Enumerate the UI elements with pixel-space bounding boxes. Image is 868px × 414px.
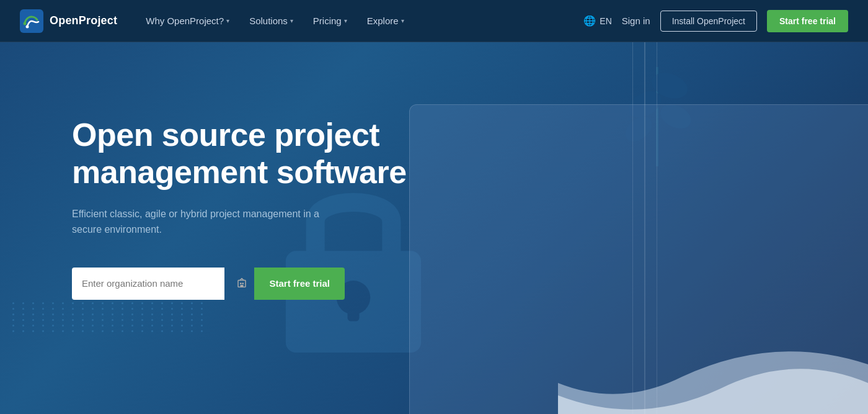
logo-icon [20,9,43,33]
chevron-down-icon: ▾ [290,17,293,24]
hero-subtitle: Efficient classic, agile or hybrid proje… [72,206,332,238]
svg-rect-5 [347,297,359,321]
hero-content: Open source project management software … [72,117,407,300]
svg-rect-12 [240,282,242,284]
nav-item-solutions[interactable]: Solutions ▾ [241,11,302,31]
globe-icon: 🌐 [583,15,596,27]
chevron-down-icon: ▾ [401,17,404,24]
chevron-down-icon: ▾ [344,17,347,24]
building-icon [237,277,247,289]
dot-grid-decoration [0,290,186,414]
navbar: OpenProject Why OpenProject? ▾ Solutions… [0,0,868,42]
org-name-input[interactable] [72,268,224,300]
svg-rect-13 [242,282,244,284]
nav-item-why[interactable]: Why OpenProject? ▾ [137,11,238,31]
language-selector[interactable]: 🌐 EN [583,15,611,27]
logo-text: OpenProject [50,14,117,27]
svg-rect-14 [241,285,244,287]
nav-item-explore[interactable]: Explore ▾ [358,11,413,31]
cta-start-trial-button[interactable]: Start free trial [254,268,345,300]
hero-section: Open source project management software … [0,42,868,414]
logo-link[interactable]: OpenProject [20,9,117,33]
trial-button-nav[interactable]: Start free trial [767,10,848,32]
hero-title: Open source project management software [72,117,407,191]
sign-in-link[interactable]: Sign in [622,16,650,26]
cta-form: Start free trial [72,268,345,300]
nav-item-pricing[interactable]: Pricing ▾ [304,11,356,31]
nav-right: 🌐 EN Sign in Install OpenProject Start f… [583,10,848,32]
nav-links: Why OpenProject? ▾ Solutions ▾ Pricing ▾… [137,11,583,31]
bottom-wave [558,327,868,414]
install-button[interactable]: Install OpenProject [660,11,757,32]
svg-point-2 [26,25,29,28]
svg-point-1 [24,22,27,25]
org-input-wrapper [72,268,254,300]
chevron-down-icon: ▾ [226,17,229,24]
